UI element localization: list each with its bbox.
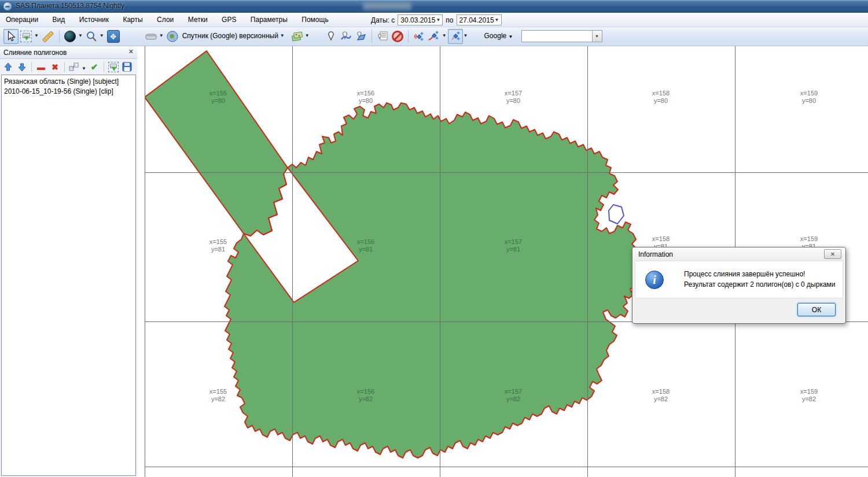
polygon-icon <box>355 31 367 42</box>
toolbar-separator <box>408 30 409 43</box>
tile-coordinate-label: x=159y=82 <box>800 388 818 403</box>
polygon-merge-panel: Слияние полигонов ✕ ▬ ✖ ▼ <box>0 46 137 477</box>
close-icon: ✕ <box>830 251 835 257</box>
move-up-icon <box>3 62 13 72</box>
remove-item-button[interactable]: ▬ <box>34 61 48 73</box>
map-globe-icon <box>167 31 178 42</box>
date-from-combobox[interactable]: 30.03.2015 ▼ <box>398 14 443 25</box>
menu-layers[interactable]: Слои <box>151 13 179 26</box>
tile-coordinate-label: x=155y=80 <box>209 90 227 105</box>
save-icon <box>122 62 132 72</box>
chevron-down-icon[interactable]: ▼ <box>464 33 468 38</box>
menu-operations[interactable]: Операции <box>0 13 44 26</box>
dates-to-label: по <box>446 16 453 24</box>
gps-track-button[interactable] <box>426 29 442 44</box>
merge-operation-icon <box>69 62 79 72</box>
gps-follow-button[interactable] <box>448 29 463 44</box>
layers-button[interactable] <box>289 29 304 44</box>
toolbar-separator <box>372 30 372 43</box>
dates-filter: Даты: с 30.03.2015 ▼ по 27.04.2015 ▼ <box>371 14 502 26</box>
ok-button[interactable]: ОК <box>797 303 836 316</box>
placemark-manager-button[interactable] <box>375 29 390 44</box>
gps-connect-button[interactable] <box>411 29 426 44</box>
fullscreen-icon: ✥ <box>107 30 120 43</box>
window-titlebar: SAS.Планета 150513.8754 Nightly <box>0 0 868 13</box>
cursor-tool-button[interactable] <box>3 29 19 44</box>
dialog-message: Процесс слияния завершён успешно! Резуль… <box>684 269 836 290</box>
map-type-label[interactable]: Спутник (Google) версионный <box>182 32 278 40</box>
menu-marks[interactable]: Метки <box>182 13 214 26</box>
tile-coordinate-label: x=156y=81 <box>357 238 374 253</box>
tile-coordinate-label: x=155y=82 <box>209 388 227 403</box>
window-title: SAS.Планета 150513.8754 Nightly <box>16 2 124 10</box>
fullscreen-button[interactable]: ✥ <box>105 29 122 44</box>
tile-coordinate-label: x=156y=82 <box>357 388 374 403</box>
gps-signal-icon <box>413 31 425 42</box>
redacted-text-blur <box>363 2 411 10</box>
map-type-button[interactable] <box>165 29 180 44</box>
placemark-list-icon <box>377 31 388 42</box>
move-down-button[interactable] <box>15 61 29 73</box>
path-icon <box>340 31 352 42</box>
layers-icon <box>291 31 303 42</box>
tile-coordinate-label: x=155y=81 <box>209 238 227 253</box>
add-path-button[interactable] <box>339 29 354 44</box>
save-selection-button[interactable] <box>120 61 134 73</box>
remove-icon: ▬ <box>37 62 45 72</box>
magnifier-icon <box>86 31 97 42</box>
menu-maps[interactable]: Карты <box>117 13 148 26</box>
toolbar-separator <box>59 30 60 43</box>
ruler-icon <box>42 31 54 43</box>
dates-from-label: Даты: с <box>371 16 395 24</box>
menu-settings[interactable]: Параметры <box>245 13 293 26</box>
ruler-button[interactable] <box>40 29 56 44</box>
menu-source[interactable]: Источник <box>73 13 115 26</box>
cache-mode-button[interactable] <box>144 29 159 44</box>
cache-icon <box>145 31 157 42</box>
move-up-button[interactable] <box>1 61 15 73</box>
chevron-down-icon[interactable]: ▼ <box>592 31 602 42</box>
chevron-down-icon[interactable]: ▼ <box>34 33 39 38</box>
add-polygon-button[interactable] <box>354 29 369 44</box>
chevron-down-icon[interactable]: ▼ <box>436 17 440 23</box>
merge-items-list[interactable]: Рязанская область (Single) [subject] 201… <box>1 75 136 476</box>
dialog-close-button[interactable]: ✕ <box>824 249 841 259</box>
menu-view[interactable]: Вид <box>47 13 71 26</box>
search-provider-label[interactable]: Google ▼ <box>484 32 513 40</box>
gps-track-icon <box>428 31 440 42</box>
search-combobox[interactable]: ▼ <box>521 30 602 42</box>
zoom-to-selection-button[interactable] <box>106 61 120 73</box>
menu-gps[interactable]: GPS <box>216 13 242 26</box>
chevron-down-icon[interactable]: ▼ <box>82 66 86 71</box>
sas-planet-logo-icon <box>3 2 12 11</box>
selection-manager-icon <box>20 31 32 42</box>
delete-all-button[interactable]: ✖ <box>48 61 62 73</box>
dialog-footer: ОК <box>635 298 843 321</box>
zoom-to-selection-icon <box>108 62 119 72</box>
tile-coordinate-label: x=157y=81 <box>505 238 522 253</box>
chevron-down-icon[interactable]: ▼ <box>100 33 104 38</box>
zoom-region-button[interactable] <box>62 29 78 44</box>
chevron-down-icon[interactable]: ▼ <box>280 33 285 38</box>
chevron-down-icon[interactable]: ▼ <box>495 17 499 23</box>
dialog-body: i Процесс слияния завершён успешно! Резу… <box>635 261 843 299</box>
hide-marks-button[interactable] <box>390 29 405 44</box>
magnifier-button[interactable] <box>84 29 99 44</box>
chevron-down-icon[interactable]: ▼ <box>305 33 310 38</box>
apply-merge-button[interactable]: ✔ <box>87 61 101 73</box>
selection-manager-button[interactable] <box>19 29 34 44</box>
merge-operation-button[interactable] <box>67 61 81 73</box>
list-item-clip[interactable]: 2010-06-15_10-19-56 (Single) [clip] <box>4 87 133 97</box>
date-to-combobox[interactable]: 27.04.2015 ▼ <box>457 14 502 25</box>
chevron-down-icon[interactable]: ▼ <box>159 33 164 38</box>
close-icon[interactable]: ✕ <box>128 48 134 56</box>
chevron-down-icon[interactable]: ▼ <box>78 33 83 38</box>
panel-splitter[interactable] <box>137 46 145 477</box>
add-placemark-button[interactable] <box>323 29 339 44</box>
menu-help[interactable]: Помощь <box>296 13 334 26</box>
list-item-subject[interactable]: Рязанская область (Single) [subject] <box>4 77 133 87</box>
chevron-down-icon[interactable]: ▼ <box>442 33 447 38</box>
panel-header: Слияние полигонов ✕ <box>0 46 137 59</box>
tile-coordinate-label: x=158y=82 <box>652 388 670 403</box>
dialog-titlebar[interactable]: Information ✕ <box>632 247 845 261</box>
